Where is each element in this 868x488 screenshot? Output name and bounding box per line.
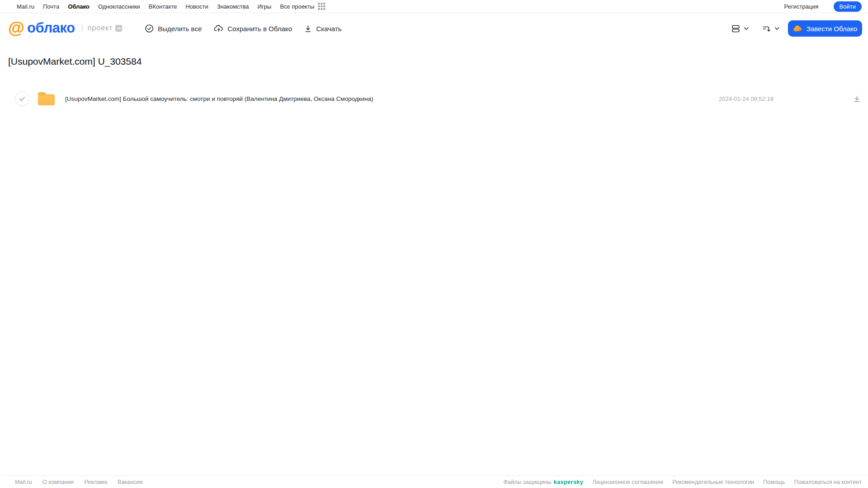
project-label: проект [88, 24, 113, 32]
footer-left-links: Mail.ru О компании Реклама Вакансии [15, 479, 152, 485]
view-mode-dropdown[interactable] [731, 14, 749, 43]
check-circle-icon [145, 24, 154, 33]
kaspersky-logo[interactable]: kaspersky [554, 479, 583, 485]
download-button[interactable]: Скачать [304, 14, 342, 43]
header: @ облако | проект vk Выделить все Сохран… [0, 14, 868, 43]
portal-topbar: Mail.ru Почта Облако Одноклассники ВКонт… [0, 0, 868, 13]
save-to-cloud-label: Сохранить в Облако [228, 25, 292, 33]
chevron-down-icon [744, 27, 749, 30]
footer-link-help[interactable]: Помощь [763, 479, 785, 485]
file-name: [UsupovMarket.com] Большой самоучитель: … [65, 95, 373, 102]
topbar-link-mailru[interactable]: Mail.ru [17, 3, 34, 10]
topbar-link-pochta[interactable]: Почта [43, 3, 59, 10]
topbar-link-oblako[interactable]: Облако [68, 3, 90, 10]
file-date: 2024-01-24 09:52:18 [719, 95, 773, 102]
footer-link-ads[interactable]: Реклама [84, 479, 107, 485]
login-button[interactable]: Войти [834, 1, 862, 12]
view-mode-icon [731, 24, 740, 33]
files-protected-label: Файлы защищены [503, 479, 551, 485]
row-download-button[interactable] [852, 94, 862, 104]
select-all-button[interactable]: Выделить все [145, 14, 202, 43]
footer-link-recommendations[interactable]: Рекомендательные технологии [672, 479, 754, 485]
register-link[interactable]: Регистрация [784, 3, 819, 10]
logo-separator: | [81, 24, 83, 32]
footer-right-links: Файлы защищены kaspersky Лицензионное со… [503, 479, 862, 485]
footer: Mail.ru О компании Реклама Вакансии Файл… [0, 475, 868, 488]
footer-link-mailru[interactable]: Mail.ru [15, 479, 32, 485]
footer-link-vacancies[interactable]: Вакансии [118, 479, 142, 485]
cloud-upload-icon [214, 24, 223, 33]
topbar-link-all-projects[interactable]: Все проекты [280, 3, 314, 10]
download-icon [304, 24, 312, 33]
page-title: [UsupovMarket.com] U_303584 [8, 56, 142, 67]
save-to-cloud-button[interactable]: Сохранить в Облако [214, 14, 292, 43]
cloud-icon [793, 25, 802, 32]
file-row[interactable]: [UsupovMarket.com] Большой самоучитель: … [0, 89, 868, 108]
get-cloud-button[interactable]: Завести Облако [788, 20, 862, 37]
footer-link-report-content[interactable]: Пожаловаться на контент [794, 479, 862, 485]
topbar-link-odnoklassniki[interactable]: Одноклассники [98, 3, 140, 10]
check-icon [19, 96, 25, 101]
download-icon [853, 95, 861, 103]
select-all-label: Выделить все [158, 25, 202, 33]
footer-link-license[interactable]: Лицензионное соглашение [593, 479, 664, 485]
footer-link-company[interactable]: О компании [43, 479, 74, 485]
get-cloud-label: Завести Облако [806, 25, 857, 33]
logo-wordmark: облако [27, 20, 75, 36]
chevron-down-icon [774, 27, 780, 30]
download-label: Скачать [316, 25, 342, 33]
vk-icon: vk [115, 25, 122, 32]
cloud-logo[interactable]: @ облако | проект vk [8, 19, 122, 37]
mailru-at-icon: @ [8, 19, 24, 37]
topbar-link-vkontakte[interactable]: ВКонтакте [149, 3, 177, 10]
all-projects-grid-icon[interactable] [318, 3, 325, 10]
sort-dropdown[interactable] [762, 14, 780, 43]
sort-icon [762, 24, 771, 33]
folder-icon [37, 91, 56, 106]
row-checkbox[interactable] [15, 91, 29, 106]
topbar-link-znakomstva[interactable]: Знакомства [217, 3, 249, 10]
topbar-link-igry[interactable]: Игры [257, 3, 271, 10]
topbar-link-novosti[interactable]: Новости [185, 3, 208, 10]
